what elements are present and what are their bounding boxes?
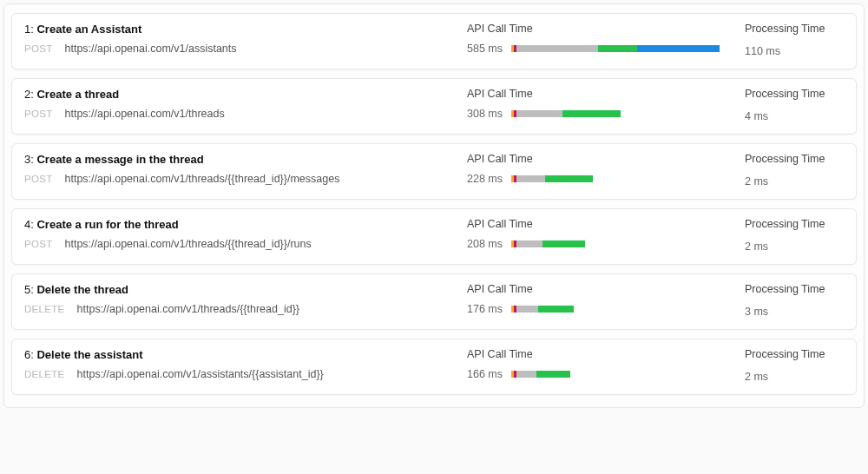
api-call-time-label: API Call Time	[467, 23, 727, 35]
processing-time-label: Processing Time	[745, 23, 844, 35]
request-card[interactable]: 2: Create a thread API Call Time Process…	[11, 78, 857, 135]
api-call-time-label: API Call Time	[467, 153, 727, 165]
api-call-time-label: API Call Time	[467, 88, 727, 100]
request-title: 2: Create a thread	[24, 88, 467, 101]
processing-time-value: 2 ms	[745, 371, 768, 383]
api-call-time-value: 585 ms	[467, 43, 503, 55]
api-call-time-label: API Call Time	[467, 218, 727, 230]
http-method: POST	[24, 109, 53, 119]
request-card[interactable]: 6: Delete the assistant API Call Time Pr…	[11, 339, 857, 395]
api-call-time-label: API Call Time	[467, 283, 727, 295]
timing-bar	[511, 45, 727, 52]
request-url: https://api.openai.com/v1/threads	[65, 108, 225, 120]
request-url: https://api.openai.com/v1/assistants/{{a…	[77, 368, 324, 380]
request-url: https://api.openai.com/v1/threads/{{thre…	[77, 303, 299, 315]
api-call-time-value: 176 ms	[467, 303, 503, 315]
api-call-time-value: 166 ms	[467, 368, 503, 380]
http-method: POST	[24, 174, 53, 184]
processing-time-label: Processing Time	[745, 88, 844, 100]
timing-bar	[511, 306, 727, 313]
request-card[interactable]: 1: Create an Assistant API Call Time Pro…	[11, 13, 857, 69]
request-card[interactable]: 4: Create a run for the thread API Call …	[11, 208, 857, 265]
request-url: https://api.openai.com/v1/threads/{{thre…	[65, 238, 312, 250]
processing-time-label: Processing Time	[745, 348, 844, 360]
request-url: https://api.openai.com/v1/assistants	[65, 43, 237, 55]
request-title: 6: Delete the assistant	[24, 348, 467, 361]
api-call-time-label: API Call Time	[467, 348, 727, 360]
request-card[interactable]: 3: Create a message in the thread API Ca…	[11, 143, 857, 200]
processing-time-value: 2 ms	[745, 240, 768, 253]
processing-time-label: Processing Time	[745, 153, 844, 165]
results-panel: 1: Create an Assistant API Call Time Pro…	[3, 3, 865, 408]
http-method: POST	[24, 43, 53, 54]
http-method: DELETE	[24, 304, 65, 314]
request-url: https://api.openai.com/v1/threads/{{thre…	[65, 173, 340, 185]
api-call-time-value: 208 ms	[467, 238, 503, 250]
processing-time-value: 4 ms	[745, 110, 768, 122]
http-method: DELETE	[24, 369, 65, 379]
api-call-time-value: 308 ms	[467, 108, 503, 120]
request-title: 4: Create a run for the thread	[24, 218, 467, 231]
processing-time-label: Processing Time	[745, 218, 844, 230]
processing-time-value: 3 ms	[745, 306, 768, 318]
request-title: 1: Create an Assistant	[24, 23, 467, 36]
timing-bar	[511, 110, 727, 117]
processing-time-value: 110 ms	[745, 45, 780, 57]
request-title: 5: Delete the thread	[24, 283, 467, 296]
timing-bar	[511, 240, 727, 247]
timing-bar	[511, 371, 727, 378]
request-card[interactable]: 5: Delete the thread API Call Time Proce…	[11, 273, 857, 330]
timing-bar	[511, 175, 727, 182]
http-method: POST	[24, 239, 53, 249]
request-title: 3: Create a message in the thread	[24, 153, 467, 166]
api-call-time-value: 228 ms	[467, 173, 503, 185]
processing-time-label: Processing Time	[745, 283, 844, 295]
processing-time-value: 2 ms	[745, 175, 768, 188]
